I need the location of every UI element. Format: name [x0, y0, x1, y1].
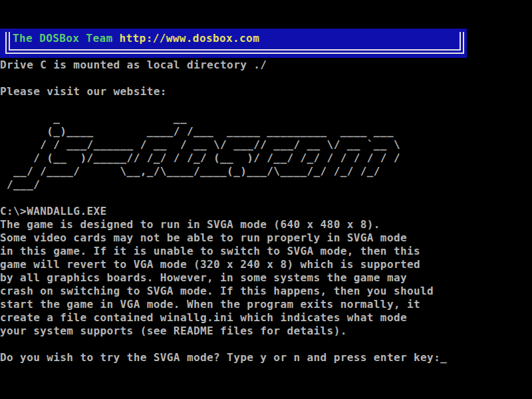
intro-banner-text: The DOSBox Teamhttp://www.dosbox.com [13, 32, 259, 45]
dosbox-team-label: The DOSBox Team [13, 32, 113, 45]
drive-mount-status-line: Drive C is mounted as local directory ./ [0, 59, 267, 72]
website-invite-line: Please visit our website: [0, 85, 167, 98]
command-prompt-line: C:\>WANDALLG.EXE [0, 205, 107, 218]
text-cursor[interactable]: _ [440, 351, 447, 364]
dosbox-terminal-screen[interactable]: The DOSBox Teamhttp://www.dosbox.com Dri… [0, 0, 532, 399]
jsdos-ascii-logo: _ __ (_)____ ____/ /___ _____ _________ … [0, 112, 400, 192]
game-mode-info-text: The game is designed to run in SVGA mode… [0, 218, 434, 338]
dosbox-url-text: http://www.dosbox.com [120, 32, 260, 45]
svga-question-line: Do you wish to try the SVGA mode? Type y… [0, 351, 447, 364]
svga-question-text: Do you wish to try the SVGA mode? Type y… [0, 351, 440, 364]
dosbox-intro-banner: The DOSBox Teamhttp://www.dosbox.com [0, 29, 467, 58]
